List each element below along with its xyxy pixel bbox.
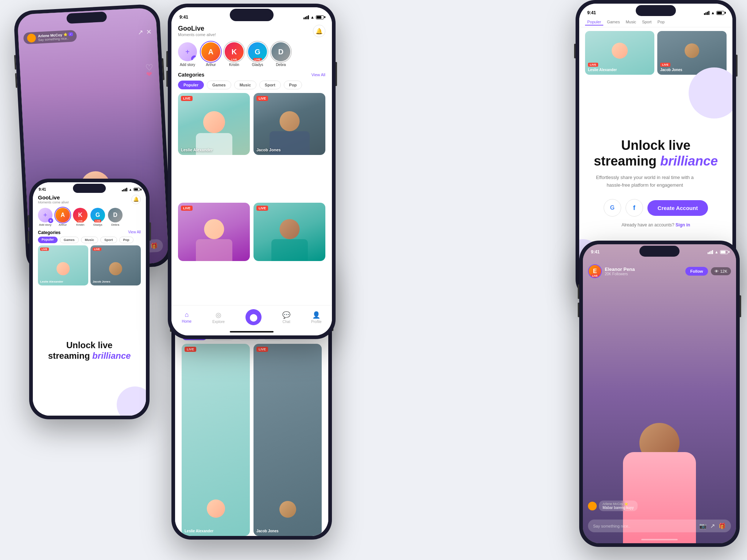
deco-4 (117, 386, 146, 416)
notch-2 (230, 9, 274, 21)
create-account-btn[interactable]: Create Account (647, 200, 708, 216)
battery-3 (716, 11, 724, 15)
top-categories-strip: Populer Games Music Sport Pop (579, 18, 732, 27)
nav-profile[interactable]: 👤 Profile (311, 311, 321, 324)
cat-games[interactable]: Games (605, 19, 622, 26)
follow-btn-6[interactable]: Follow (685, 267, 708, 276)
sign-in-link[interactable]: Sign in (676, 222, 690, 228)
jacob-card-name: Jacob Jones (256, 148, 281, 152)
wifi-3: ▲ (711, 11, 715, 15)
cat-populer[interactable]: Populer (585, 19, 603, 26)
time-4: 9:41 (39, 187, 46, 191)
status-icons-3: ▲ (704, 11, 724, 15)
nav-home[interactable]: ⌂ Home (182, 311, 192, 323)
unlock-hl-4: brilliance (92, 351, 131, 361)
story-add[interactable]: + + Add story (178, 42, 197, 67)
head-leslie-4 (57, 262, 70, 275)
share-icon-6[interactable]: ↗ (710, 522, 715, 529)
chat-icon: 💬 (282, 311, 290, 319)
streamer-mini-avatar (27, 34, 36, 43)
card3-live-badge: LIVE (181, 206, 193, 211)
jacob-head (279, 111, 299, 131)
view-all-4[interactable]: View All (128, 230, 141, 235)
unlock-highlight: brilliance (660, 153, 718, 168)
goolive-brand: GooLive Moments come alive! (178, 25, 216, 37)
jacob-top-head (685, 43, 699, 58)
facebook-btn[interactable]: f (626, 199, 643, 217)
notification-bell[interactable]: 🔔 (313, 25, 325, 37)
p-sport-4[interactable]: Sport (100, 237, 117, 243)
live-card-4[interactable]: LIVE (253, 203, 325, 261)
phone-4-screen: 9:41 ▲ GooLive (33, 182, 146, 416)
close-icon[interactable]: ✕ (146, 28, 152, 36)
nav-live-center[interactable]: ⬤ (245, 309, 262, 325)
stream-input-6[interactable]: Say something nice.. 📷 ↗ 🎁 (588, 520, 731, 532)
cat-sport[interactable]: Sport (640, 19, 654, 26)
unlock-section-4: Unlock live streaming brilliance (33, 285, 146, 416)
top-leslie-card[interactable]: LIVE Leslie Alexander (585, 31, 654, 75)
card3-head (204, 219, 224, 239)
bell-4[interactable]: 🔔 (131, 195, 141, 204)
p-pop-4[interactable]: Pop (119, 237, 133, 243)
live-card-leslie[interactable]: LIVE Leslie Alexander (178, 93, 250, 155)
live-card-jacob[interactable]: LIVE Jacob Jones (253, 93, 325, 155)
cam-icon-6[interactable]: 📷 (699, 522, 707, 529)
p-games-4[interactable]: Games (60, 237, 79, 243)
pill-pop[interactable]: Pop (284, 81, 302, 89)
eleanor-avatar: E LIVE (588, 264, 602, 278)
gift-icon-6[interactable]: 🎁 (719, 522, 726, 529)
add-4: + + (38, 208, 53, 222)
pill-games[interactable]: Games (207, 81, 231, 89)
head-jacob-4 (109, 262, 122, 275)
jacob-live-badge: LIVE (256, 96, 268, 101)
card-leslie-4[interactable]: LIVE Leslie Alexander (38, 245, 88, 285)
cat-pop[interactable]: Pop (655, 19, 667, 26)
arthur-label: Arthur (206, 63, 216, 67)
p-music-4[interactable]: Music (81, 237, 98, 243)
debra-label-4: Debra (111, 223, 119, 226)
bottom-nav-2: ⌂ Home ◎ Explore ⬤ 💬 Chat (171, 305, 332, 331)
cat-music[interactable]: Music (623, 19, 638, 26)
leslie-top-head (612, 43, 628, 59)
live-card-3[interactable]: LIVE (178, 203, 250, 261)
eleanor-profile-header: E LIVE Eleanor Pena 20K Followers Follow… (588, 264, 731, 278)
head-1-5 (207, 499, 225, 518)
status-icons-2: ▲ (303, 15, 324, 19)
card-jacob-4[interactable]: LIVE Jacob Jones (90, 245, 141, 285)
pill-populer[interactable]: Populer (178, 81, 204, 89)
chat-6: Arlene McCoy ⭐ Mabar bareng kuyy (588, 501, 731, 514)
phone-2-screen: 9:41 ▲ GooLive (171, 7, 332, 335)
google-btn[interactable]: G (604, 199, 621, 217)
story-arthur[interactable]: A Arthur (201, 42, 220, 67)
add-story-btn[interactable]: + (191, 55, 197, 61)
nav-explore[interactable]: ◎ Explore (212, 311, 225, 324)
kristin-live-badge: LIVE (230, 58, 239, 61)
debra-label: Debra (276, 63, 286, 67)
add-label-4: Add story (39, 223, 51, 226)
gift-icon[interactable]: 🎁 (150, 242, 158, 249)
live-center-btn[interactable]: ⬤ (245, 309, 262, 325)
card-1-5[interactable]: LIVE Leslie Alexander (182, 344, 250, 536)
stream-icons-6: 📷 ↗ 🎁 (699, 522, 726, 529)
kristin-4[interactable]: K LIVE Kristin (73, 208, 88, 226)
pill-sport[interactable]: Sport (259, 81, 281, 89)
share-icon[interactable]: ↗ (138, 28, 143, 36)
story-debra[interactable]: D Debra (271, 42, 290, 67)
story-add-4[interactable]: + + Add story (38, 208, 53, 226)
debra-4[interactable]: D Debra (108, 208, 123, 226)
wifi-icon: ▲ (310, 15, 314, 19)
story-kristin[interactable]: K LIVE Kristin (225, 42, 244, 67)
view-all-btn-2[interactable]: View All (311, 73, 325, 77)
gladys-4[interactable]: G LIVE Gladys (90, 208, 105, 226)
nav-chat[interactable]: 💬 Chat (282, 311, 290, 324)
notch-4 (73, 184, 106, 193)
card-2-5[interactable]: LIVE Jacob Jones (253, 344, 322, 536)
signal-icon (303, 15, 309, 19)
unlock-h-4: Unlock live streaming brilliance (48, 340, 131, 361)
p-populer-4[interactable]: Populer (38, 237, 58, 243)
story-gladys[interactable]: G LIVE Gladys (248, 42, 267, 67)
pill-music[interactable]: Music (234, 81, 256, 89)
arthur-4[interactable]: A Arthur (55, 208, 70, 226)
time-3: 9:41 (587, 10, 596, 15)
home-indicator-2 (171, 331, 332, 335)
